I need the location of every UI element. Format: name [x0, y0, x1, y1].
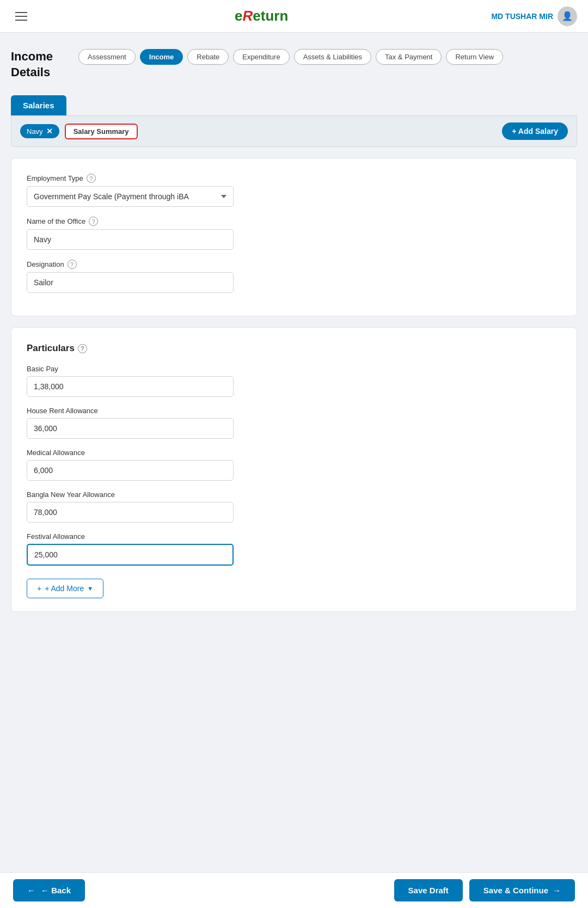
- back-arrow-icon: ←: [27, 886, 35, 895]
- employment-type-help-icon[interactable]: ?: [87, 174, 96, 183]
- save-continue-arrow-icon: →: [553, 886, 561, 895]
- designation-help-icon[interactable]: ?: [68, 260, 77, 269]
- office-name-help-icon[interactable]: ?: [89, 217, 98, 226]
- employment-type-group: Employment Type ? Government Pay Scale (…: [27, 174, 234, 207]
- house-rent-group: House Rent Allowance: [27, 407, 234, 439]
- employment-type-label: Employment Type ?: [27, 174, 234, 183]
- tabs-navigation: Assessment Income Rebate Expenditure Ass…: [78, 49, 503, 65]
- tab-assessment[interactable]: Assessment: [78, 49, 136, 65]
- save-continue-button[interactable]: Save & Continue →: [469, 879, 575, 901]
- app-header: eReturn MD TUSHAR MIR 👤: [0, 0, 588, 33]
- salaries-tab-bar: Salaries: [11, 95, 577, 115]
- bangla-new-year-label: Bangla New Year Allowance: [27, 490, 234, 499]
- page-title: Income Details: [11, 49, 65, 80]
- tab-assets-liabilities[interactable]: Assets & Liabilities: [294, 49, 371, 65]
- avatar[interactable]: 👤: [558, 7, 577, 26]
- employment-form-card: Employment Type ? Government Pay Scale (…: [11, 158, 577, 316]
- logo-r: R: [243, 8, 253, 24]
- add-more-dropdown-icon: ▼: [87, 585, 93, 592]
- salaries-tab-button[interactable]: Salaries: [11, 95, 66, 115]
- tab-return-view[interactable]: Return View: [446, 49, 503, 65]
- house-rent-label: House Rent Allowance: [27, 407, 234, 415]
- navy-tag-label: Navy: [27, 127, 43, 136]
- add-more-icon: +: [37, 584, 41, 593]
- tab-rebate[interactable]: Rebate: [187, 49, 229, 65]
- salary-entries-bar: Navy ✕ Salary Summary + Add Salary: [11, 115, 577, 147]
- page-header: Income Details Assessment Income Rebate …: [11, 49, 577, 80]
- office-name-group: Name of the Office ?: [27, 217, 234, 250]
- house-rent-input[interactable]: [27, 418, 234, 439]
- festival-allowance-group: Festival Allowance: [27, 532, 234, 566]
- save-continue-label: Save & Continue: [483, 886, 548, 895]
- bangla-new-year-input[interactable]: [27, 502, 234, 523]
- festival-allowance-input[interactable]: [27, 544, 234, 566]
- bottom-bar: ← ← Back Save Draft Save & Continue →: [0, 872, 588, 908]
- right-buttons: Save Draft Save & Continue →: [394, 879, 575, 901]
- salary-summary-button[interactable]: Salary Summary: [65, 124, 138, 139]
- hamburger-menu[interactable]: [11, 8, 32, 25]
- logo-e: e: [235, 8, 242, 24]
- medical-allowance-group: Medical Allowance: [27, 449, 234, 481]
- tab-income[interactable]: Income: [140, 49, 183, 65]
- designation-input[interactable]: [27, 272, 234, 293]
- particulars-card: Particulars ? Basic Pay House Rent Allow…: [11, 327, 577, 612]
- festival-allowance-label: Festival Allowance: [27, 532, 234, 541]
- tab-expenditure[interactable]: Expenditure: [233, 49, 289, 65]
- user-info[interactable]: MD TUSHAR MIR 👤: [491, 7, 577, 26]
- add-more-button[interactable]: + + Add More ▼: [27, 579, 103, 598]
- basic-pay-input[interactable]: [27, 376, 234, 397]
- back-button[interactable]: ← ← Back: [13, 879, 85, 901]
- add-more-label: + Add More: [45, 584, 84, 593]
- navy-tag[interactable]: Navy ✕: [20, 124, 59, 138]
- page-content: Income Details Assessment Income Rebate …: [0, 33, 588, 677]
- add-salary-button[interactable]: + Add Salary: [502, 122, 568, 140]
- medical-allowance-input[interactable]: [27, 460, 234, 481]
- back-label: ← Back: [41, 886, 71, 895]
- logo-rest: eturn: [253, 8, 288, 24]
- designation-group: Designation ?: [27, 260, 234, 293]
- office-name-input[interactable]: [27, 229, 234, 250]
- save-draft-button[interactable]: Save Draft: [394, 879, 463, 901]
- navy-tag-close[interactable]: ✕: [46, 127, 53, 136]
- bangla-new-year-group: Bangla New Year Allowance: [27, 490, 234, 523]
- medical-allowance-label: Medical Allowance: [27, 449, 234, 457]
- office-name-label: Name of the Office ?: [27, 217, 234, 226]
- particulars-title: Particulars ?: [27, 343, 561, 354]
- employment-type-select[interactable]: Government Pay Scale (Payment through iB…: [27, 186, 234, 207]
- particulars-help-icon[interactable]: ?: [78, 344, 87, 353]
- basic-pay-group: Basic Pay: [27, 365, 234, 397]
- username-label: MD TUSHAR MIR: [491, 12, 553, 21]
- designation-label: Designation ?: [27, 260, 234, 269]
- app-logo: eReturn: [32, 8, 491, 24]
- tab-tax-payment[interactable]: Tax & Payment: [376, 49, 442, 65]
- basic-pay-label: Basic Pay: [27, 365, 234, 373]
